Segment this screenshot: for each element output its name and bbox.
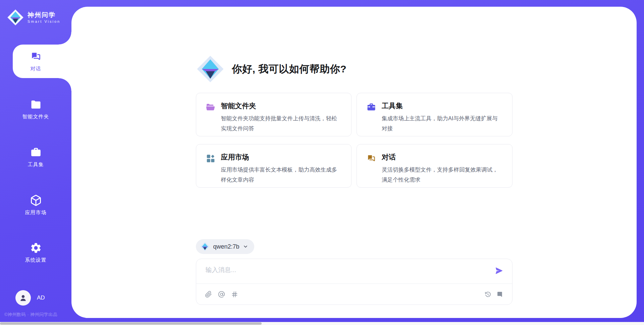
main-content: 你好, 我可以如何帮助你? 智能文件夹 智能文件夹功能支持批量文件上传与清洗，轻… (71, 7, 637, 318)
user-initials: AD (37, 295, 45, 301)
feature-card[interactable]: 应用市场 应用市场提供丰富长文本模板，助力高效生成多样化文章内容 (196, 144, 352, 188)
attachment-icon[interactable] (205, 291, 212, 298)
chat-icon (30, 51, 42, 63)
history-icon[interactable] (484, 291, 491, 298)
sidebar-item-chat[interactable]: 对话 (0, 45, 71, 78)
avatar (15, 290, 31, 306)
toolbox-icon (30, 146, 42, 158)
brand: 神州问学 Smart Vision (7, 9, 60, 26)
mention-icon[interactable] (218, 291, 225, 298)
person-icon (18, 293, 28, 303)
assistant-logo-icon (196, 55, 225, 83)
message-input-card (196, 259, 513, 305)
cube-icon (30, 194, 42, 206)
copyright: ©神州数码 · 神州问学出品 (4, 312, 57, 318)
brand-name: 神州问学 (28, 11, 60, 19)
greeting: 你好, 我可以如何帮助你? (196, 7, 513, 83)
feature-card[interactable]: 工具集 集成市场上主流工具，助力AI与外界无缝扩展与对接 (357, 93, 513, 136)
composer-toolbar (196, 283, 512, 305)
composer: qwen2:7b (196, 239, 513, 305)
model-selector[interactable]: qwen2:7b (196, 239, 254, 254)
active-pill-bg (13, 45, 71, 78)
model-name: qwen2:7b (213, 243, 239, 250)
feature-cards: 智能文件夹 智能文件夹功能支持批量文件上传与清洗，轻松实现文件问答 工具集 集成… (196, 93, 513, 188)
folder-icon (30, 99, 42, 111)
greeting-title: 你好, 我可以如何帮助你? (232, 62, 347, 76)
brand-logo-icon (7, 9, 24, 26)
send-icon[interactable] (495, 266, 503, 275)
gear-icon (30, 242, 42, 254)
sidebar-item-app-market[interactable]: 应用市场 (0, 188, 71, 222)
sidebar-item-toolset[interactable]: 工具集 (0, 140, 71, 174)
sidebar-item-settings[interactable]: 系统设置 (0, 236, 71, 269)
sidebar: 神州问学 Smart Vision 对话 智能文件夹 工具集 应用市场 系统设置… (0, 0, 71, 325)
feedback-icon[interactable] (496, 291, 503, 298)
chat-icon (366, 153, 376, 164)
scrollbar-thumb[interactable] (0, 322, 262, 325)
sidebar-item-smart-folder[interactable]: 智能文件夹 (0, 92, 71, 126)
folder-open-icon (206, 102, 216, 112)
model-logo-icon (200, 242, 210, 252)
brand-subtitle: Smart Vision (28, 19, 60, 23)
chevron-down-icon (243, 244, 248, 249)
user-profile[interactable]: AD (15, 290, 45, 306)
toolbox-icon (366, 102, 376, 112)
grid-icon (206, 153, 216, 164)
topic-icon[interactable] (231, 291, 238, 298)
horizontal-scrollbar[interactable] (0, 322, 644, 325)
feature-card[interactable]: 智能文件夹 智能文件夹功能支持批量文件上传与清洗，轻松实现文件问答 (196, 93, 352, 136)
message-input[interactable] (205, 265, 481, 282)
feature-card[interactable]: 对话 灵活切换多模型文件，支持多样回复效果调试，满足个性化需求 (357, 144, 513, 188)
